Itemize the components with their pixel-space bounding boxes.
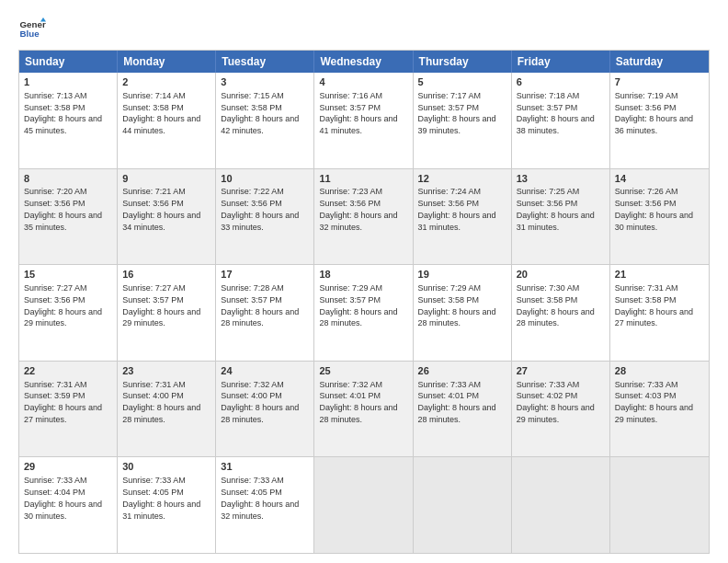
header-cell-friday: Friday <box>512 51 610 73</box>
day-number: 17 <box>221 268 309 282</box>
week-row-1: 1 Sunrise: 7:13 AMSunset: 3:58 PMDayligh… <box>19 73 709 169</box>
day-number: 24 <box>221 364 309 378</box>
day-number: 11 <box>319 172 407 186</box>
cell-info: Sunrise: 7:33 AMSunset: 4:02 PMDaylight:… <box>517 380 595 424</box>
calendar-cell: 17 Sunrise: 7:28 AMSunset: 3:57 PMDaylig… <box>216 265 314 361</box>
calendar-cell: 4 Sunrise: 7:16 AMSunset: 3:57 PMDayligh… <box>314 73 413 168</box>
cell-info: Sunrise: 7:15 AMSunset: 3:58 PMDaylight:… <box>221 91 299 135</box>
week-row-4: 22 Sunrise: 7:31 AMSunset: 3:59 PMDaylig… <box>19 362 709 458</box>
day-number: 26 <box>418 364 506 378</box>
cell-info: Sunrise: 7:33 AMSunset: 4:01 PMDaylight:… <box>418 380 496 424</box>
header-cell-saturday: Saturday <box>610 51 709 73</box>
day-number: 30 <box>122 460 210 474</box>
cell-info: Sunrise: 7:16 AMSunset: 3:57 PMDaylight:… <box>319 91 397 135</box>
week-row-2: 8 Sunrise: 7:20 AMSunset: 3:56 PMDayligh… <box>19 169 709 266</box>
calendar-cell: 21 Sunrise: 7:31 AMSunset: 3:58 PMDaylig… <box>610 265 709 361</box>
day-number: 10 <box>221 172 309 186</box>
cell-info: Sunrise: 7:13 AMSunset: 3:58 PMDaylight:… <box>24 91 102 135</box>
calendar-cell: 29 Sunrise: 7:33 AMSunset: 4:04 PMDaylig… <box>19 457 118 553</box>
cell-info: Sunrise: 7:29 AMSunset: 3:58 PMDaylight:… <box>418 283 496 327</box>
day-number: 16 <box>122 268 210 282</box>
week-row-5: 29 Sunrise: 7:33 AMSunset: 4:04 PMDaylig… <box>19 457 709 553</box>
day-number: 5 <box>418 75 506 89</box>
cell-info: Sunrise: 7:32 AMSunset: 4:00 PMDaylight:… <box>221 380 299 424</box>
cell-info: Sunrise: 7:18 AMSunset: 3:57 PMDaylight:… <box>517 91 595 135</box>
calendar-cell: 20 Sunrise: 7:30 AMSunset: 3:58 PMDaylig… <box>512 265 610 361</box>
cell-info: Sunrise: 7:31 AMSunset: 4:00 PMDaylight:… <box>122 380 200 424</box>
cell-info: Sunrise: 7:30 AMSunset: 3:58 PMDaylight:… <box>517 283 595 327</box>
calendar-cell: 31 Sunrise: 7:33 AMSunset: 4:05 PMDaylig… <box>216 457 314 553</box>
day-number: 19 <box>418 268 506 282</box>
header-cell-thursday: Thursday <box>414 51 512 73</box>
calendar-cell: 15 Sunrise: 7:27 AMSunset: 3:56 PMDaylig… <box>19 265 118 361</box>
cell-info: Sunrise: 7:26 AMSunset: 3:56 PMDaylight:… <box>615 187 693 231</box>
day-number: 9 <box>122 172 210 186</box>
cell-info: Sunrise: 7:33 AMSunset: 4:04 PMDaylight:… <box>24 476 102 520</box>
cell-info: Sunrise: 7:22 AMSunset: 3:56 PMDaylight:… <box>221 187 299 231</box>
day-number: 20 <box>517 268 605 282</box>
day-number: 22 <box>24 364 112 378</box>
header-cell-sunday: Sunday <box>19 51 118 73</box>
day-number: 4 <box>319 75 407 89</box>
calendar-cell: 18 Sunrise: 7:29 AMSunset: 3:57 PMDaylig… <box>314 265 413 361</box>
day-number: 25 <box>319 364 407 378</box>
calendar-body: 1 Sunrise: 7:13 AMSunset: 3:58 PMDayligh… <box>19 73 709 553</box>
calendar-cell: 14 Sunrise: 7:26 AMSunset: 3:56 PMDaylig… <box>610 169 709 265</box>
calendar-cell: 12 Sunrise: 7:24 AMSunset: 3:56 PMDaylig… <box>414 169 512 265</box>
day-number: 15 <box>24 268 112 282</box>
header: General Blue <box>18 15 710 42</box>
calendar-cell: 19 Sunrise: 7:29 AMSunset: 3:58 PMDaylig… <box>414 265 512 361</box>
calendar-cell: 24 Sunrise: 7:32 AMSunset: 4:00 PMDaylig… <box>216 362 314 457</box>
day-number: 29 <box>24 460 112 474</box>
cell-info: Sunrise: 7:24 AMSunset: 3:56 PMDaylight:… <box>418 187 496 231</box>
calendar-cell: 28 Sunrise: 7:33 AMSunset: 4:03 PMDaylig… <box>610 362 709 457</box>
calendar-cell: 22 Sunrise: 7:31 AMSunset: 3:59 PMDaylig… <box>19 362 118 457</box>
day-number: 27 <box>517 364 605 378</box>
cell-info: Sunrise: 7:17 AMSunset: 3:57 PMDaylight:… <box>418 91 496 135</box>
calendar-header: SundayMondayTuesdayWednesdayThursdayFrid… <box>19 51 709 73</box>
day-number: 8 <box>24 172 112 186</box>
day-number: 18 <box>319 268 407 282</box>
cell-info: Sunrise: 7:33 AMSunset: 4:05 PMDaylight:… <box>122 476 200 520</box>
logo: General Blue <box>18 15 46 42</box>
day-number: 14 <box>615 172 704 186</box>
cell-info: Sunrise: 7:19 AMSunset: 3:56 PMDaylight:… <box>615 91 693 135</box>
calendar-cell: 26 Sunrise: 7:33 AMSunset: 4:01 PMDaylig… <box>414 362 512 457</box>
cell-info: Sunrise: 7:33 AMSunset: 4:05 PMDaylight:… <box>221 476 299 520</box>
calendar-cell <box>610 457 709 553</box>
calendar-cell: 6 Sunrise: 7:18 AMSunset: 3:57 PMDayligh… <box>512 73 610 168</box>
day-number: 23 <box>122 364 210 378</box>
calendar-cell <box>512 457 610 553</box>
calendar-cell <box>414 457 512 553</box>
header-cell-monday: Monday <box>118 51 216 73</box>
day-number: 2 <box>122 75 210 89</box>
day-number: 21 <box>615 268 704 282</box>
day-number: 7 <box>615 75 704 89</box>
cell-info: Sunrise: 7:20 AMSunset: 3:56 PMDaylight:… <box>24 187 102 231</box>
calendar-cell: 30 Sunrise: 7:33 AMSunset: 4:05 PMDaylig… <box>118 457 216 553</box>
header-cell-tuesday: Tuesday <box>216 51 314 73</box>
header-cell-wednesday: Wednesday <box>314 51 413 73</box>
calendar-cell: 27 Sunrise: 7:33 AMSunset: 4:02 PMDaylig… <box>512 362 610 457</box>
day-number: 12 <box>418 172 506 186</box>
svg-text:Blue: Blue <box>20 29 40 39</box>
day-number: 28 <box>615 364 704 378</box>
calendar-cell: 23 Sunrise: 7:31 AMSunset: 4:00 PMDaylig… <box>118 362 216 457</box>
cell-info: Sunrise: 7:14 AMSunset: 3:58 PMDaylight:… <box>122 91 200 135</box>
calendar-cell: 16 Sunrise: 7:27 AMSunset: 3:57 PMDaylig… <box>118 265 216 361</box>
calendar-cell: 3 Sunrise: 7:15 AMSunset: 3:58 PMDayligh… <box>216 73 314 168</box>
calendar-cell: 1 Sunrise: 7:13 AMSunset: 3:58 PMDayligh… <box>19 73 118 168</box>
page: General Blue SundayMondayTuesdayWednesda… <box>0 0 728 563</box>
calendar: SundayMondayTuesdayWednesdayThursdayFrid… <box>18 50 710 554</box>
cell-info: Sunrise: 7:25 AMSunset: 3:56 PMDaylight:… <box>517 187 595 231</box>
cell-info: Sunrise: 7:23 AMSunset: 3:56 PMDaylight:… <box>319 187 397 231</box>
day-number: 3 <box>221 75 309 89</box>
calendar-cell: 5 Sunrise: 7:17 AMSunset: 3:57 PMDayligh… <box>414 73 512 168</box>
calendar-cell: 9 Sunrise: 7:21 AMSunset: 3:56 PMDayligh… <box>118 169 216 265</box>
calendar-cell <box>314 457 413 553</box>
cell-info: Sunrise: 7:32 AMSunset: 4:01 PMDaylight:… <box>319 380 397 424</box>
calendar-cell: 10 Sunrise: 7:22 AMSunset: 3:56 PMDaylig… <box>216 169 314 265</box>
cell-info: Sunrise: 7:27 AMSunset: 3:57 PMDaylight:… <box>122 283 200 327</box>
calendar-cell: 7 Sunrise: 7:19 AMSunset: 3:56 PMDayligh… <box>610 73 709 168</box>
cell-info: Sunrise: 7:29 AMSunset: 3:57 PMDaylight:… <box>319 283 397 327</box>
